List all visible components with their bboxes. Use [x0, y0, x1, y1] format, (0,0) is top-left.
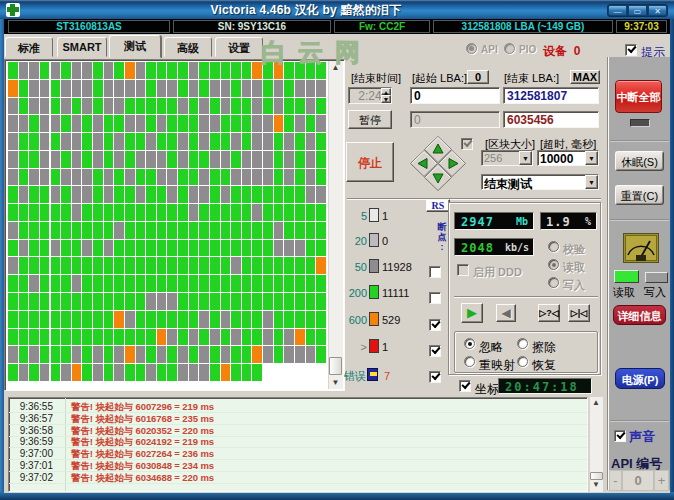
scan-block	[295, 133, 305, 150]
log-row[interactable]: 9:36:55警告! 块起始与 6007296 = 219 ms	[9, 401, 587, 413]
log-row[interactable]: 9:37:01警告! 块起始与 6030848 = 234 ms	[9, 460, 587, 472]
defect-action-box	[454, 331, 598, 373]
start-lba-field[interactable]: 0	[410, 87, 500, 104]
step-button[interactable]: ▷|◁	[568, 304, 590, 322]
power-button[interactable]: 电源(P)	[615, 368, 665, 389]
ddd-checkbox[interactable]	[457, 264, 469, 276]
legend-filter-checkbox[interactable]	[429, 266, 441, 278]
defect-action-radio-3[interactable]	[464, 356, 475, 367]
seek-test-button[interactable]: ▷?◁	[538, 304, 560, 322]
scan-block	[274, 98, 284, 115]
current-lba-shadow-field: 0	[410, 111, 500, 128]
api-number-increment-button[interactable]: +	[654, 470, 669, 491]
stop-button[interactable]: 停止	[346, 142, 394, 182]
log-row[interactable]: 9:36:58警告! 块起始与 6020352 = 220 ms	[9, 425, 587, 437]
scan-block	[19, 98, 29, 115]
scan-block	[284, 115, 294, 132]
scan-block	[93, 311, 103, 328]
coords-checkbox[interactable]	[459, 380, 471, 392]
pause-button[interactable]: 暂停	[348, 110, 392, 129]
scan-block	[284, 275, 294, 292]
after-scan-action-select[interactable]: 结束测试	[481, 174, 599, 190]
tab-setup[interactable]: 设置	[215, 37, 263, 57]
scan-block	[252, 364, 262, 381]
play-icon: ▶	[467, 305, 477, 320]
tab-test[interactable]: 测试	[109, 35, 161, 58]
back-button[interactable]: ◀	[496, 304, 516, 322]
end-time-spin-down[interactable]: ▼	[381, 95, 391, 103]
scan-block	[125, 98, 135, 115]
scan-block	[189, 151, 199, 168]
end-lba-field[interactable]: 312581807	[503, 87, 599, 104]
log-scroll-down-button[interactable]: ▼	[589, 479, 603, 492]
log-row[interactable]: 9:37:00警告! 块起始与 6027264 = 236 ms	[9, 448, 587, 460]
after-scan-action-dropdown-icon[interactable]: ▼	[585, 175, 598, 189]
start-button[interactable]: ▶	[461, 303, 483, 323]
scan-block	[104, 98, 114, 115]
legend-filter-checkbox[interactable]	[429, 345, 441, 357]
scan-block	[178, 240, 188, 257]
scan-block	[29, 80, 39, 97]
log-time: 9:37:01	[9, 460, 53, 471]
scan-block	[316, 186, 326, 203]
api-number-decrement-button[interactable]: -	[609, 470, 622, 491]
end-time-spin-up[interactable]: ▲	[381, 88, 391, 95]
start-lba-zero-button[interactable]: 0	[467, 70, 489, 84]
defect-action-radio-2[interactable]	[517, 338, 528, 349]
hint-checkbox[interactable]	[625, 44, 637, 56]
scan-block	[167, 204, 177, 221]
defect-action-radio-1[interactable]	[464, 338, 475, 349]
scan-block	[29, 275, 39, 292]
scan-block	[295, 293, 305, 310]
api-radio[interactable]	[466, 43, 477, 54]
end-lba-max-button[interactable]: MAX	[570, 70, 600, 84]
log-row[interactable]: 9:36:57警告! 块起始与 6016768 = 235 ms	[9, 413, 587, 425]
loop-checkbox[interactable]	[461, 138, 473, 150]
defect-action-radio-4[interactable]	[517, 356, 528, 367]
scan-block	[104, 204, 114, 221]
details-button[interactable]: 详细信息	[613, 305, 666, 325]
log-row[interactable]: 9:37:02警告! 块起始与 6034688 = 220 ms	[9, 472, 587, 484]
scan-block	[242, 240, 252, 257]
scan-block	[316, 293, 326, 310]
scan-block	[19, 115, 29, 132]
rs-button[interactable]: RS	[426, 199, 450, 212]
mode-verify-radio[interactable]	[548, 241, 559, 252]
close-button[interactable]: ✕	[648, 5, 667, 16]
scan-block	[231, 346, 241, 363]
log-scrollbar-thumb[interactable]	[590, 472, 603, 480]
scan-block	[167, 275, 177, 292]
sound-checkbox[interactable]	[614, 430, 626, 442]
scan-block	[8, 346, 18, 363]
mode-write-radio[interactable]	[548, 277, 559, 288]
log-row[interactable]: 9:36:59警告! 块起始与 6024192 = 219 ms	[9, 436, 587, 448]
api-radio-label: API	[481, 44, 498, 55]
block-size-dropdown-icon[interactable]: ▼	[519, 151, 532, 165]
scan-block	[146, 329, 156, 346]
current-lba-field[interactable]: 6035456	[503, 111, 599, 128]
sleep-button[interactable]: 休眠(S)	[615, 151, 664, 171]
scan-block	[114, 169, 124, 186]
tab-advanced[interactable]: 高级	[164, 37, 212, 57]
legend-filter-checkbox[interactable]	[429, 292, 441, 304]
mode-read-radio[interactable]	[548, 259, 559, 270]
seek-down-button[interactable]	[425, 164, 451, 190]
scan-block	[93, 346, 103, 363]
scan-block	[82, 151, 92, 168]
maximize-button[interactable]: ▭	[628, 5, 647, 16]
scan-block	[231, 204, 241, 221]
tab-smart[interactable]: SMART	[57, 37, 107, 57]
legend-filter-checkbox[interactable]	[429, 371, 441, 383]
tab-standard[interactable]: 标准	[5, 37, 53, 57]
scan-block	[125, 257, 135, 274]
victoria-app-window: Victoria 4.46b 汉化 by 黯然的泪下 — ▭ ✕ ST31608…	[0, 0, 674, 500]
timeout-dropdown-icon[interactable]: ▼	[585, 151, 598, 165]
recall-button[interactable]: 重置(C)	[615, 185, 664, 205]
grid-scrollbar[interactable]	[328, 61, 343, 389]
break-all-button[interactable]: 中断全部	[615, 80, 662, 113]
device-number: 0	[574, 44, 581, 58]
pio-radio[interactable]	[504, 43, 515, 54]
log-scroll-up-button[interactable]: ▲	[589, 397, 603, 410]
legend-filter-checkbox[interactable]	[429, 319, 441, 331]
minimize-button[interactable]: —	[608, 5, 627, 16]
